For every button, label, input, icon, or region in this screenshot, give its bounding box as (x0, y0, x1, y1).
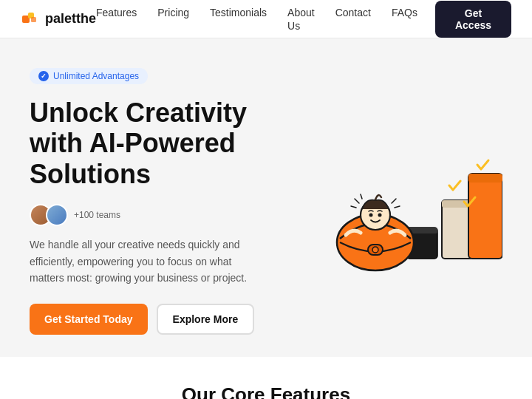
svg-rect-8 (468, 174, 502, 183)
features-title: Our Core Features (30, 383, 502, 399)
nav-features[interactable]: Features (96, 7, 137, 18)
svg-rect-7 (468, 174, 502, 259)
logo-text: paletthe (45, 11, 96, 27)
svg-point-14 (378, 213, 382, 216)
nav-contact[interactable]: Contact (335, 7, 371, 18)
logo[interactable]: paletthe (21, 10, 96, 29)
nav-faqs[interactable]: FAQs (392, 7, 417, 18)
logo-icon (21, 10, 40, 29)
hero-badge: Unlimited Advantages (30, 68, 148, 84)
hero-description: We handle all your creative needs quickl… (30, 236, 259, 286)
nav-links: Features Pricing Testimonials About Us C… (96, 6, 417, 33)
navbar: paletthe Features Pricing Testimonials A… (0, 0, 532, 38)
avatar (46, 204, 68, 226)
get-access-button[interactable]: Get Access (435, 1, 511, 38)
svg-rect-2 (31, 17, 36, 22)
explore-more-button[interactable]: Explore More (157, 304, 255, 335)
svg-point-11 (372, 247, 378, 253)
avatars-row: +100 teams (30, 204, 266, 226)
badge-label: Unlimited Advantages (53, 71, 139, 81)
nav-testimonials[interactable]: Testimonials (210, 7, 267, 18)
svg-line-17 (361, 194, 362, 199)
get-started-button[interactable]: Get Started Today (30, 304, 148, 335)
avatar-group (30, 204, 68, 226)
hero-illustration-svg (266, 120, 502, 283)
hero-section: Unlimited Advantages Unlock Creativity w… (0, 38, 532, 357)
hero-title: Unlock Creativity with AI-Powered Soluti… (30, 98, 266, 189)
features-section: Our Core Features Explore how AI and a f… (0, 357, 532, 399)
svg-point-13 (369, 213, 373, 216)
svg-line-19 (395, 206, 400, 208)
svg-line-16 (351, 206, 356, 208)
svg-line-18 (392, 199, 396, 203)
teams-count: +100 teams (74, 210, 120, 220)
nav-about[interactable]: About Us (287, 7, 315, 32)
hero-buttons: Get Started Today Explore More (30, 304, 266, 335)
hero-illustration (266, 113, 502, 290)
hero-content: Unlimited Advantages Unlock Creativity w… (30, 68, 266, 335)
badge-check-icon (38, 71, 49, 81)
nav-pricing[interactable]: Pricing (157, 7, 189, 18)
svg-line-15 (355, 199, 359, 203)
